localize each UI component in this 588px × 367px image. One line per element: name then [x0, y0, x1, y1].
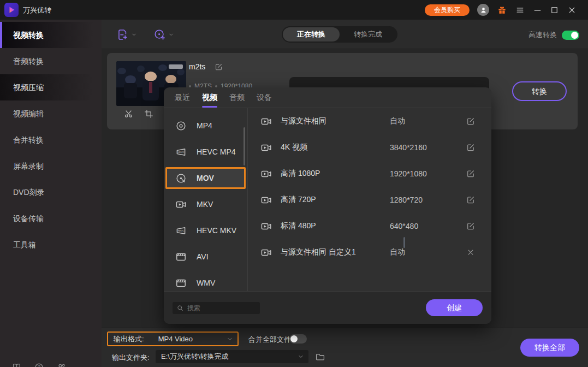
- preset-same-as-source[interactable]: 与源文件相同 自动: [248, 108, 491, 134]
- camcorder-icon: [261, 195, 271, 205]
- preset-name: 与源文件相同 自定义1: [281, 247, 390, 257]
- output-format-control[interactable]: 输出格式: MP4 Video: [107, 332, 239, 346]
- format-label: HEVC MKV: [197, 226, 236, 235]
- edit-icon[interactable]: [466, 143, 475, 152]
- output-bar: 输出格式: MP4 Video 合并全部文件 输出文件夹: E:\万兴优转\转换…: [102, 328, 588, 367]
- search-input[interactable]: [187, 304, 272, 312]
- format-item-mkv[interactable]: MKV: [164, 191, 247, 217]
- high-speed-toggle[interactable]: [562, 31, 579, 40]
- sidebar-item-toolbox[interactable]: 工具箱: [0, 232, 102, 258]
- format-label: MP4: [197, 121, 212, 130]
- preset-name: 标清 480P: [281, 221, 390, 231]
- search-box[interactable]: [173, 302, 260, 314]
- convert-button[interactable]: 转换: [512, 81, 567, 101]
- high-speed-control: 高速转换: [528, 30, 579, 40]
- sidebar: 视频转换 音频转换 视频压缩 视频编辑 合并转换 屏幕录制 DVD刻录 设备传输…: [0, 20, 102, 367]
- sidebar-item-merge-convert[interactable]: 合并转换: [0, 127, 102, 153]
- sidebar-item-audio-convert[interactable]: 音频转换: [0, 48, 102, 74]
- menu-icon[interactable]: [515, 5, 525, 15]
- format-label: MKV: [197, 200, 213, 209]
- file-name: m2ts: [189, 62, 205, 71]
- chevron-down-icon[interactable]: [131, 32, 137, 38]
- preset-value: 3840*2160: [390, 143, 466, 152]
- camcorder-icon: [261, 143, 271, 153]
- add-disc-button[interactable]: [154, 29, 174, 40]
- sidebar-item-video-convert[interactable]: 视频转换: [0, 22, 102, 48]
- format-item-mov[interactable]: MOV: [165, 167, 246, 189]
- person-icon: [479, 6, 488, 14]
- camcorder-icon: [176, 199, 186, 210]
- output-format-label: 输出格式:: [114, 334, 144, 344]
- quicktime-icon: [176, 173, 186, 183]
- title-bar: 万兴优转 会员购买: [0, 0, 588, 20]
- edit-icon[interactable]: [466, 117, 475, 126]
- output-folder-label: 输出文件夹:: [112, 353, 150, 363]
- high-speed-label: 高速转换: [528, 30, 557, 40]
- edit-icon[interactable]: [466, 196, 475, 204]
- crop-icon[interactable]: [144, 109, 153, 119]
- member-purchase-button[interactable]: 会员购买: [425, 4, 470, 16]
- sidebar-item-device-transfer[interactable]: 设备传输: [0, 205, 102, 232]
- sidebar-item-video-edit[interactable]: 视频编辑: [0, 100, 102, 127]
- clapperboard-icon: [176, 252, 186, 262]
- chevron-down-icon[interactable]: [168, 32, 174, 38]
- output-folder-select[interactable]: E:\万兴优转\转换完成: [156, 350, 308, 363]
- open-folder-icon[interactable]: [316, 352, 325, 362]
- trim-scissors-icon[interactable]: [124, 109, 133, 119]
- format-item-hevc-mp4[interactable]: HEVC MP4: [164, 139, 247, 165]
- format-item-mp4[interactable]: MP4: [164, 113, 247, 139]
- preset-value: 自动: [390, 247, 466, 257]
- rename-edit-icon[interactable]: [215, 63, 223, 71]
- community-icon[interactable]: [57, 363, 66, 367]
- tab-converting[interactable]: 正在转换: [283, 27, 340, 42]
- add-file-icon: [117, 29, 128, 40]
- chevron-down-icon[interactable]: [298, 353, 304, 360]
- preset-custom-1[interactable]: 与源文件相同 自定义1 自动: [248, 239, 491, 265]
- format-label: AVI: [197, 252, 209, 261]
- format-item-hevc-mkv[interactable]: HEVC MKV: [164, 217, 247, 244]
- minimize-icon[interactable]: [533, 5, 542, 15]
- camcorder-icon: [261, 169, 271, 179]
- edit-icon[interactable]: [466, 222, 475, 230]
- format-list-scrollbar[interactable]: [243, 127, 245, 165]
- preset-4k[interactable]: 4K 视频 3840*2160: [248, 134, 491, 161]
- preset-list-scrollbar[interactable]: [403, 237, 405, 248]
- disc-icon: [176, 121, 186, 131]
- close-icon[interactable]: [567, 5, 577, 15]
- preset-1080p[interactable]: 高清 1080P 1920*1080: [248, 161, 491, 187]
- picker-tab-recent[interactable]: 最近: [175, 87, 190, 108]
- chevron-down-icon[interactable]: [227, 336, 233, 342]
- sidebar-item-dvd-burn[interactable]: DVD刻录: [0, 179, 102, 205]
- play-logo-icon: [7, 5, 16, 14]
- hevc-icon: [176, 226, 186, 236]
- add-file-button[interactable]: [117, 29, 137, 40]
- convert-all-button[interactable]: 转换全部: [520, 339, 579, 357]
- tab-finished[interactable]: 转换完成: [340, 27, 396, 42]
- edit-icon[interactable]: [466, 169, 475, 178]
- account-avatar[interactable]: [477, 4, 489, 16]
- merge-all-toggle[interactable]: [289, 334, 307, 344]
- picker-footer: 创建: [164, 291, 491, 324]
- maximize-icon[interactable]: [550, 5, 559, 15]
- output-format-value: MP4 Video: [158, 335, 193, 343]
- picker-tabs: 最近 视频 音频 设备: [164, 87, 491, 108]
- preset-480p[interactable]: 标清 480P 640*480: [248, 213, 491, 239]
- create-button[interactable]: 创建: [426, 299, 483, 316]
- preset-list: 与源文件相同 自动 4K 视频 3840*2160 高清 1080P 1920*…: [248, 108, 491, 291]
- format-label: HEVC MP4: [197, 147, 236, 156]
- preset-720p[interactable]: 高清 720P 1280*720: [248, 187, 491, 213]
- sidebar-item-screen-record[interactable]: 屏幕录制: [0, 153, 102, 179]
- remove-icon[interactable]: [466, 248, 475, 257]
- picker-tab-video[interactable]: 视频: [202, 87, 217, 108]
- status-tabs: 正在转换 转换完成: [282, 26, 397, 43]
- gift-icon[interactable]: [497, 5, 507, 15]
- help-icon[interactable]: [34, 363, 44, 367]
- camcorder-icon: [261, 247, 271, 258]
- sidebar-item-video-compress[interactable]: 视频压缩: [0, 74, 102, 100]
- format-item-avi[interactable]: AVI: [164, 244, 247, 270]
- preset-name: 高清 1080P: [281, 169, 390, 179]
- picker-tab-audio[interactable]: 音频: [229, 87, 245, 108]
- app-title: 万兴优转: [23, 5, 51, 15]
- picker-tab-device[interactable]: 设备: [257, 87, 272, 108]
- guide-book-icon[interactable]: [12, 363, 21, 367]
